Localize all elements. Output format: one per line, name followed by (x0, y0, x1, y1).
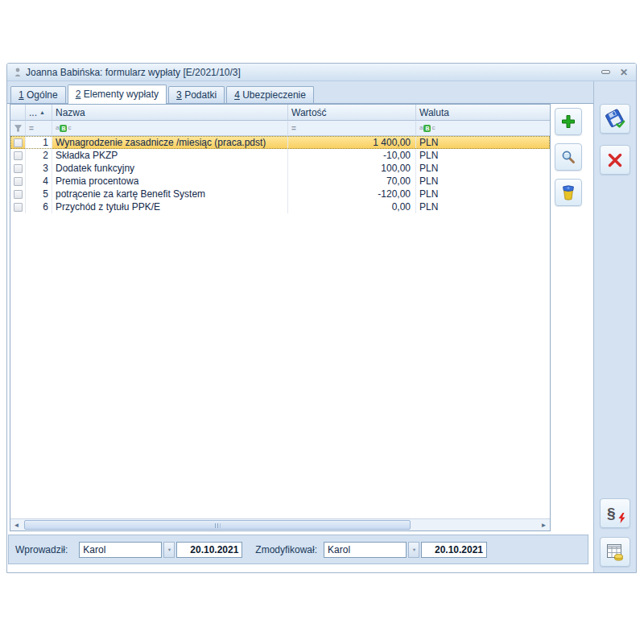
row-name[interactable]: Premia procentowa (52, 175, 288, 188)
form-icon (14, 68, 22, 77)
table-row[interactable]: 4Premia procentowa70,00PLN (10, 175, 550, 188)
row-name[interactable]: Dodatek funkcyjny (52, 162, 288, 175)
row-select-cell[interactable] (10, 136, 26, 149)
row-currency[interactable]: PLN (416, 175, 550, 188)
edit-element-button[interactable] (555, 143, 582, 171)
close-icon[interactable]: ✕ (620, 68, 628, 77)
row-value[interactable]: -10,00 (288, 149, 416, 162)
scroll-left-icon[interactable]: ◄ (10, 519, 23, 530)
filter-name-cell[interactable]: a B c (52, 121, 288, 136)
modified-by-label: Zmodyfikował: (255, 544, 317, 555)
row-checkbox[interactable] (14, 138, 23, 147)
row-name[interactable]: Przychód z tytułu PPK/E (52, 200, 288, 213)
grid-header-row: ... ▲ Nazwa Wartość Waluta (10, 105, 550, 121)
elements-tab-content: ... ▲ Nazwa Wartość Waluta (7, 104, 593, 573)
magnifier-icon (561, 150, 576, 164)
row-name[interactable]: Wynagrodzenie zasadnicze /miesiąc (praca… (52, 136, 288, 149)
row-number[interactable]: 5 (26, 188, 52, 200)
scrollbar-grip-icon (215, 523, 221, 528)
row-checkbox[interactable] (14, 177, 23, 186)
row-value[interactable]: -120,00 (288, 188, 416, 200)
row-currency[interactable]: PLN (416, 162, 550, 175)
sort-asc-icon: ▲ (39, 109, 45, 115)
scrollbar-track[interactable] (23, 519, 538, 530)
abc-b: B (60, 125, 67, 132)
paragraph-icon: § (607, 505, 616, 522)
row-select-cell[interactable] (10, 188, 26, 200)
row-currency[interactable]: PLN (416, 188, 550, 200)
scroll-right-icon[interactable]: ► (538, 519, 550, 530)
payroll-list-button[interactable] (600, 537, 630, 567)
row-currency[interactable]: PLN (416, 200, 550, 213)
row-number[interactable]: 1 (26, 136, 52, 149)
header-value[interactable]: Wartość (288, 105, 416, 121)
row-checkbox[interactable] (14, 151, 23, 160)
filter-currency-cell[interactable]: a B c (416, 121, 550, 136)
filter-funnel-icon (14, 125, 22, 132)
grid-coins-icon (606, 543, 624, 561)
row-checkbox[interactable] (14, 203, 23, 212)
row-value[interactable]: 70,00 (288, 175, 416, 188)
row-number[interactable]: 2 (26, 149, 52, 162)
header-selector[interactable] (10, 105, 26, 121)
table-row[interactable]: 1Wynagrodzenie zasadnicze /miesiąc (prac… (10, 136, 550, 149)
titlebar: Joanna Babińska: formularz wypłaty [E/20… (7, 64, 636, 81)
row-value[interactable]: 100,00 (288, 162, 416, 175)
filter-selector-cell[interactable] (10, 121, 26, 136)
horizontal-scrollbar[interactable]: ◄ ► (10, 518, 550, 530)
save-button[interactable] (600, 104, 630, 134)
table-row[interactable]: 5potrącenie za kartę Benefit System-120,… (10, 188, 550, 200)
delete-element-button[interactable] (555, 179, 582, 206)
table-row[interactable]: 6Przychód z tytułu PPK/E0,00PLN (10, 200, 550, 213)
header-currency[interactable]: Waluta (416, 105, 550, 121)
header-currency-label: Waluta (419, 107, 449, 118)
cancel-button[interactable] (600, 145, 630, 175)
modified-date-field[interactable]: 20.10.2021 (421, 542, 487, 558)
header-value-label: Wartość (291, 107, 327, 118)
row-value[interactable]: 1 400,00 (288, 136, 416, 149)
row-select-cell[interactable] (10, 175, 26, 188)
grid-body: 1Wynagrodzenie zasadnicze /miesiąc (prac… (10, 136, 550, 518)
row-name[interactable]: potrącenie za kartę Benefit System (52, 188, 288, 200)
tab-bar: 1 Ogólne2 Elementy wypłaty3 Podatki4 Ube… (7, 81, 593, 104)
tab-ubezpieczenie[interactable]: 4 Ubezpieczenie (226, 86, 314, 103)
lightning-icon (618, 513, 625, 523)
modified-by-field[interactable]: Karol (324, 542, 407, 558)
payroll-form-window: Joanna Babińska: formularz wypłaty [E/20… (6, 63, 637, 573)
row-number[interactable]: 3 (26, 162, 52, 175)
row-checkbox[interactable] (14, 164, 23, 173)
filter-value-cell[interactable]: = (288, 121, 416, 136)
row-currency[interactable]: PLN (416, 136, 550, 149)
modified-by-dropdown[interactable]: ▼ (408, 542, 419, 558)
tab-elementy-wyplaty[interactable]: 2 Elementy wypłaty (68, 85, 167, 104)
header-ordinal[interactable]: ... ▲ (26, 105, 52, 121)
abc-a: a (419, 125, 423, 131)
table-row[interactable]: 3Dodatek funkcyjny100,00PLN (10, 162, 550, 175)
row-currency[interactable]: PLN (416, 149, 550, 162)
header-name[interactable]: Nazwa (52, 105, 288, 121)
chevron-down-icon: ▼ (167, 547, 172, 552)
minimize-icon[interactable] (601, 70, 610, 74)
legal-basis-button[interactable]: § (600, 498, 630, 528)
tab-podatki[interactable]: 3 Podatki (168, 86, 225, 103)
entered-by-label: Wprowadził: (15, 544, 68, 555)
row-number[interactable]: 6 (26, 200, 52, 213)
row-checkbox[interactable] (14, 190, 23, 199)
row-select-cell[interactable] (10, 162, 26, 175)
row-number[interactable]: 4 (26, 175, 52, 188)
table-row[interactable]: 2Składka PKZP-10,00PLN (10, 149, 550, 162)
entered-by-field[interactable]: Karol (79, 542, 162, 558)
abc-c: c (431, 125, 435, 131)
filter-ordinal-cell[interactable]: = (26, 121, 52, 136)
row-name[interactable]: Składka PKZP (52, 149, 288, 162)
tab-ogolne[interactable]: 1 Ogólne (10, 86, 66, 103)
add-element-button[interactable] (555, 108, 582, 135)
plus-icon (561, 114, 576, 129)
entered-date-field[interactable]: 20.10.2021 (176, 542, 242, 558)
row-select-cell[interactable] (10, 200, 26, 213)
window-title: Joanna Babińska: formularz wypłaty [E/20… (26, 67, 601, 78)
entered-by-dropdown[interactable]: ▼ (163, 542, 175, 558)
row-select-cell[interactable] (10, 149, 26, 162)
row-value[interactable]: 0,00 (288, 200, 416, 213)
scrollbar-thumb[interactable] (24, 520, 411, 530)
